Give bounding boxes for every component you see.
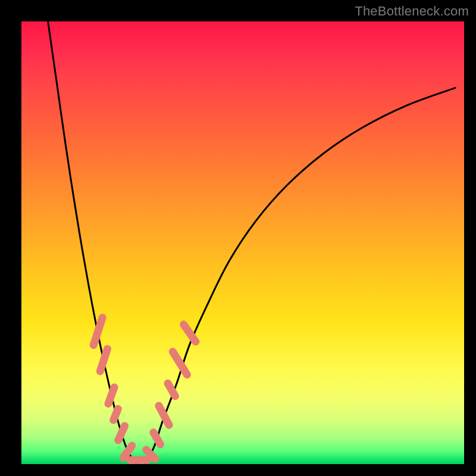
chart-frame: TheBottleneck.com: [0, 0, 476, 476]
watermark-text: TheBottleneck.com: [355, 4, 469, 19]
data-markers: [89, 313, 201, 465]
marker-1: [95, 344, 112, 376]
marker-6: [126, 456, 151, 464]
marker-0: [89, 313, 107, 350]
marker-2: [104, 383, 120, 409]
curve-layer: [21, 21, 464, 464]
plot-area: [21, 21, 464, 464]
curve-right-branch: [145, 88, 455, 464]
curve-left-branch: [48, 21, 137, 464]
marker-9: [154, 400, 174, 430]
marker-8: [148, 427, 165, 450]
marker-4: [113, 421, 130, 445]
marker-3: [108, 404, 123, 425]
